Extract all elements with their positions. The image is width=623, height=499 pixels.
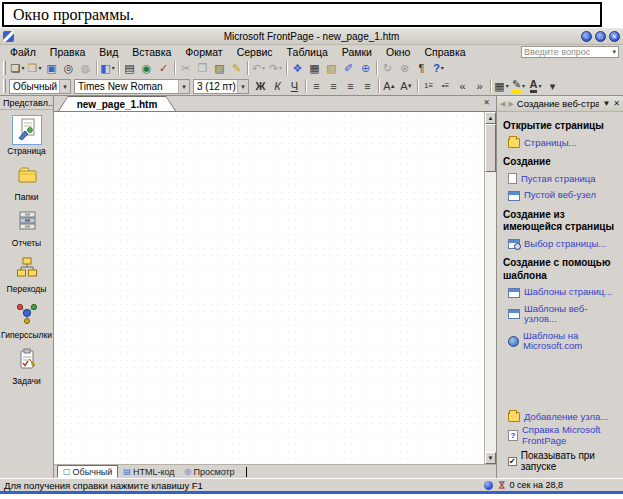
web-component-button[interactable]: ❖: [289, 60, 306, 76]
menu-format[interactable]: Формат: [178, 46, 229, 59]
format-painter-button[interactable]: ✎: [228, 60, 245, 76]
bullet-list-button[interactable]: •≡: [437, 78, 454, 94]
title-bar[interactable]: Microsoft FrontPage - new_page_1.htm – □…: [0, 29, 623, 45]
insert-table-button[interactable]: ▦: [306, 60, 323, 76]
menu-frames[interactable]: Рамки: [335, 46, 379, 59]
style-combobox[interactable]: Обычный ▾: [9, 79, 71, 94]
italic-button[interactable]: К: [269, 78, 286, 94]
tab-normal-view[interactable]: ▢ Обычный: [57, 465, 118, 478]
increase-indent-button[interactable]: »: [471, 78, 488, 94]
font-combobox[interactable]: Times New Roman ▾: [74, 79, 190, 94]
scrollbar-track[interactable]: [485, 124, 496, 452]
drawing-button[interactable]: ✐: [340, 60, 357, 76]
insert-picture-button[interactable]: ▧: [323, 60, 340, 76]
page-canvas[interactable]: [54, 112, 484, 464]
task-pane-dropdown-icon[interactable]: ▼: [602, 99, 610, 108]
task-pane-back-icon[interactable]: ◀: [500, 100, 505, 108]
question-input[interactable]: [522, 47, 612, 57]
show-all-button[interactable]: ¶: [413, 60, 430, 76]
link-page-templates[interactable]: Шаблоны страниц...: [508, 287, 618, 297]
toggle-pane-button[interactable]: ◧▾: [99, 60, 116, 76]
numbered-list-button[interactable]: 1≡: [420, 78, 437, 94]
menu-help[interactable]: Справка: [417, 46, 472, 59]
menu-tools[interactable]: Сервис: [230, 46, 280, 59]
redo-dropdown-icon[interactable]: ▾: [279, 65, 282, 71]
link-frontpage-help[interactable]: ? Справка Microsoft FrontPage: [508, 425, 618, 446]
borders-button[interactable]: ▦▾: [493, 78, 510, 94]
tab-preview-view[interactable]: ◎ Просмотр: [180, 465, 240, 478]
align-left-button[interactable]: ≡: [308, 78, 325, 94]
refresh-button[interactable]: ↻: [379, 60, 396, 76]
undo-button[interactable]: ↶▾: [250, 60, 267, 76]
menu-view[interactable]: Вид: [92, 46, 125, 59]
align-center-button[interactable]: ≡: [325, 78, 342, 94]
undo-dropdown-icon[interactable]: ▾: [262, 65, 265, 71]
toolbar-options-button[interactable]: ▾: [544, 78, 561, 94]
align-justify-button[interactable]: ≡: [359, 78, 376, 94]
highlight-dropdown-icon[interactable]: ▾: [522, 83, 525, 89]
paste-button[interactable]: ▨: [211, 60, 228, 76]
sidebar-item-reports[interactable]: Отчеты: [0, 207, 53, 248]
toolbar-grip[interactable]: [3, 79, 6, 93]
style-dropdown-icon[interactable]: ▾: [59, 80, 70, 93]
new-page-dropdown-icon[interactable]: ▾: [21, 65, 24, 71]
cut-button[interactable]: ✂: [177, 60, 194, 76]
search-button[interactable]: ◎: [60, 60, 77, 76]
sidebar-item-page[interactable]: Страница: [0, 115, 53, 156]
sidebar-item-folders[interactable]: Папки: [0, 161, 53, 202]
highlight-button[interactable]: ✎▾: [510, 78, 527, 94]
spelling-button[interactable]: ✓: [155, 60, 172, 76]
open-dropdown-icon[interactable]: ▾: [38, 65, 41, 71]
menu-insert[interactable]: Вставка: [125, 46, 178, 59]
show-at-startup-checkbox[interactable]: ✔ Показывать при запуске: [508, 450, 618, 472]
menu-file[interactable]: Файл: [3, 46, 43, 59]
checkbox-check-icon[interactable]: ✔: [508, 457, 517, 466]
save-button[interactable]: ▣: [43, 60, 60, 76]
bold-button[interactable]: Ж: [252, 78, 269, 94]
preview-in-browser-button[interactable]: ◉: [138, 60, 155, 76]
font-color-button[interactable]: А▾: [527, 78, 544, 94]
scroll-up-icon[interactable]: ▲: [485, 112, 496, 124]
menu-edit[interactable]: Правка: [43, 46, 92, 59]
print-button[interactable]: ▤: [121, 60, 138, 76]
insert-hyperlink-button[interactable]: ⊕: [357, 60, 374, 76]
document-tab[interactable]: new_page_1.htm: [58, 96, 176, 111]
sidebar-item-hyperlinks[interactable]: Гиперссылки: [0, 299, 53, 340]
help-button[interactable]: ?▾: [430, 60, 447, 76]
link-templates-online[interactable]: Шаблоны на Microsoft.com: [508, 331, 618, 352]
vertical-scrollbar[interactable]: ▲ ▼: [484, 112, 496, 464]
question-dropdown-icon[interactable]: ▾: [612, 48, 618, 56]
decrease-indent-button[interactable]: «: [454, 78, 471, 94]
close-button[interactable]: ✕: [609, 31, 620, 42]
align-right-button[interactable]: ≡: [342, 78, 359, 94]
scrollbar-thumb[interactable]: [485, 124, 496, 172]
font-color-dropdown-icon[interactable]: ▾: [538, 83, 541, 89]
decrease-font-size-button[interactable]: А▼: [398, 78, 415, 94]
task-pane-close-icon[interactable]: ✕: [613, 99, 620, 108]
menu-table[interactable]: Таблица: [280, 46, 335, 59]
menu-window[interactable]: Окно: [379, 46, 417, 59]
open-button[interactable]: ❐▾: [26, 60, 43, 76]
tab-html-view[interactable]: ▤ HTML-код: [118, 465, 179, 478]
toggle-pane-dropdown-icon[interactable]: ▾: [112, 65, 115, 71]
link-pages[interactable]: Страницы...: [508, 138, 618, 148]
toolbar-grip[interactable]: [3, 61, 6, 75]
link-choose-page[interactable]: Выбор страницы...: [508, 239, 618, 249]
font-dropdown-icon[interactable]: ▾: [178, 80, 189, 93]
sidebar-item-navigation[interactable]: Переходы: [0, 253, 53, 294]
increase-font-size-button[interactable]: А▲: [381, 78, 398, 94]
sidebar-item-tasks[interactable]: Задачи: [0, 345, 53, 386]
help-dropdown-icon[interactable]: ▾: [441, 65, 444, 71]
borders-dropdown-icon[interactable]: ▾: [506, 83, 509, 89]
stop-button[interactable]: ⊗: [396, 60, 413, 76]
new-page-button[interactable]: ❏▾: [9, 60, 26, 76]
link-empty-web[interactable]: Пустой веб-узел: [508, 190, 618, 200]
scroll-down-icon[interactable]: ▼: [485, 452, 496, 464]
link-add-site[interactable]: Добавление узла...: [508, 412, 618, 422]
redo-button[interactable]: ↷▾: [267, 60, 284, 76]
task-pane-forward-icon[interactable]: ▶: [508, 100, 513, 108]
copy-button[interactable]: ❒: [194, 60, 211, 76]
close-page-icon[interactable]: ✕: [480, 97, 493, 110]
maximize-button[interactable]: □: [595, 31, 606, 42]
publish-web-button[interactable]: ◍: [77, 60, 94, 76]
